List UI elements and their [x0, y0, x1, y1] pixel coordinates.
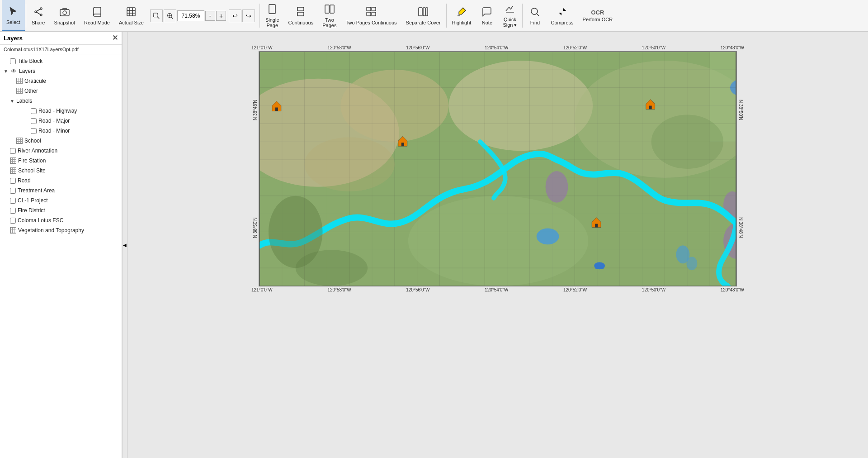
layer-treatment-area[interactable]: Treatment Area: [0, 186, 122, 196]
layer-title-block[interactable]: Title Block: [0, 56, 122, 66]
svg-rect-23: [419, 8, 422, 16]
layer-graticule[interactable]: Graticule: [0, 76, 122, 86]
highlight-label: Highlight: [452, 20, 472, 25]
dynamic-zoom-btn[interactable]: [164, 10, 176, 22]
compress-icon: [557, 6, 568, 19]
read-mode-tool[interactable]: Read Mode: [80, 0, 114, 31]
highlight-tool[interactable]: Highlight: [448, 0, 476, 31]
find-tool[interactable]: Find: [524, 0, 546, 31]
layer-fire-district[interactable]: Fire District: [0, 205, 122, 215]
other-label: Other: [24, 88, 119, 94]
zoom-minus-btn[interactable]: -: [205, 11, 215, 21]
title-block-checkbox[interactable]: [10, 58, 16, 64]
map-image[interactable]: [259, 51, 737, 286]
cl1-checkbox[interactable]: [10, 198, 16, 204]
layer-vegetation-topography[interactable]: Vegetation and Topography: [0, 225, 122, 235]
svg-rect-5: [60, 10, 69, 16]
road-major-checkbox[interactable]: [31, 118, 37, 124]
river-annotation-checkbox[interactable]: [10, 148, 16, 154]
svg-rect-8: [154, 13, 158, 17]
layers-tree: Title Block ▼ 👁 Layers Graticule Other: [0, 54, 122, 458]
top-ruler: 121°0'0"W 120°58'0"W 120°56'0"W 120°54'0…: [251, 45, 744, 51]
quick-sign-tool[interactable]: QuickSign ▾: [498, 0, 521, 31]
svg-point-91: [296, 250, 368, 286]
bottom-coord-3: 120°54'0"W: [485, 287, 508, 292]
perform-ocr-tool[interactable]: OCR Perform OCR: [578, 0, 618, 31]
snapshot-tool[interactable]: Snapshot: [50, 0, 80, 31]
snapshot-label: Snapshot: [54, 20, 75, 25]
svg-rect-22: [372, 12, 376, 16]
top-coord-5: 120°50'0"W: [642, 45, 665, 50]
bottom-coord-2: 120°56'0"W: [406, 287, 429, 292]
map-with-side: N 38°50'N N 38°48'N: [251, 51, 744, 286]
svg-rect-20: [372, 7, 376, 11]
compress-tool[interactable]: Compress: [546, 0, 578, 31]
layer-road-highway[interactable]: Road - Highway: [0, 106, 122, 116]
marquee-zoom-btn[interactable]: [150, 10, 163, 22]
continuous-tool[interactable]: Continuous: [284, 0, 318, 31]
two-pages-continuous-tool[interactable]: Two Pages Continuous: [341, 0, 401, 31]
coloma-lotus-arrow: [3, 217, 9, 224]
bottom-coord-5: 120°50'0"W: [642, 287, 665, 292]
find-label: Find: [530, 20, 540, 25]
left-ruler: N 38°50'N N 38°48'N: [251, 51, 259, 286]
road-checkbox[interactable]: [10, 178, 16, 184]
other-arrow: [9, 88, 15, 94]
svg-point-77: [537, 228, 559, 244]
school-site-label: School Site: [18, 167, 119, 174]
layers-filename: ColomaLotus11X17LayersOpt.pdf: [0, 45, 122, 54]
layer-cl1-project[interactable]: CL-1 Project: [0, 196, 122, 205]
road-highway-checkbox[interactable]: [31, 108, 37, 114]
layer-coloma-lotus-fsc[interactable]: Coloma Lotus FSC: [0, 215, 122, 225]
layer-layers-group[interactable]: ▼ 👁 Layers: [0, 66, 122, 76]
layers-close-btn[interactable]: ✕: [112, 34, 118, 42]
layer-road[interactable]: Road: [0, 176, 122, 186]
svg-line-4: [37, 12, 40, 14]
svg-line-11: [171, 17, 173, 19]
zoom-input[interactable]: 71.58%: [177, 10, 204, 21]
bottom-ruler: 121°0'0"W 120°58'0"W 120°56'0"W 120°54'0…: [251, 286, 744, 292]
top-coord-2: 120°56'0"W: [406, 45, 429, 50]
svg-point-28: [531, 8, 538, 14]
school-site-arrow: [3, 167, 9, 174]
svg-rect-85: [649, 106, 652, 110]
separate-cover-tool[interactable]: Separate Cover: [401, 0, 445, 31]
actual-size-tool[interactable]: Actual Size: [114, 0, 148, 31]
fire-district-checkbox[interactable]: [10, 208, 16, 214]
layer-river-annotation[interactable]: River Annotation: [0, 146, 122, 156]
zoom-plus-btn[interactable]: +: [216, 11, 226, 21]
layer-road-major[interactable]: Road - Major: [0, 116, 122, 126]
road-minor-checkbox[interactable]: [31, 128, 37, 134]
select-tool[interactable]: Select: [2, 0, 25, 31]
treatment-area-arrow: [3, 187, 9, 194]
layer-road-minor[interactable]: Road - Minor: [0, 126, 122, 136]
panel-collapse-handle[interactable]: ◀: [122, 32, 127, 458]
fire-station-label: Fire Station: [18, 157, 119, 164]
svg-rect-87: [595, 224, 598, 228]
svg-rect-7: [127, 8, 135, 16]
svg-rect-25: [426, 8, 428, 16]
coloma-lotus-checkbox[interactable]: [10, 218, 16, 224]
two-pages-tool[interactable]: TwoPages: [318, 0, 341, 31]
labels-group-label: Labels: [16, 98, 119, 104]
map-area[interactable]: 121°0'0"W 120°58'0"W 120°56'0"W 120°54'0…: [127, 32, 868, 458]
svg-rect-83: [401, 143, 404, 146]
svg-rect-18: [330, 5, 334, 13]
layer-fire-station[interactable]: Fire Station: [0, 156, 122, 166]
layer-school-site[interactable]: School Site: [0, 166, 122, 176]
note-tool[interactable]: Note: [476, 0, 498, 31]
redo-btn[interactable]: ↪: [242, 10, 255, 22]
treatment-area-checkbox[interactable]: [10, 188, 16, 194]
sep1: [26, 4, 26, 28]
bottom-coord-0: 121°0'0"W: [251, 287, 273, 292]
share-tool[interactable]: Share: [27, 0, 50, 31]
toolbar: Select Share Snapshot Read Mode Actual S…: [0, 0, 868, 32]
layer-school[interactable]: School: [0, 136, 122, 146]
road-major-label: Road - Major: [38, 118, 119, 124]
layer-other[interactable]: Other: [0, 86, 122, 96]
undo-btn[interactable]: ↩: [229, 10, 241, 22]
single-page-tool[interactable]: SinglePage: [261, 0, 284, 31]
svg-point-72: [546, 171, 568, 203]
school-label: School: [24, 138, 119, 144]
layer-labels-group[interactable]: ▼ Labels: [0, 96, 122, 106]
